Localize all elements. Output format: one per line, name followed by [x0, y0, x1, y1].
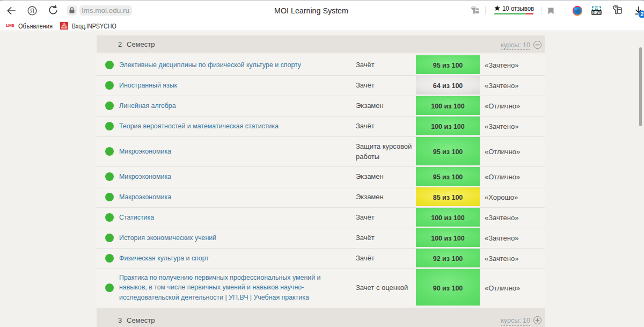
svg-text:2: 2 [641, 11, 644, 17]
svg-text:NEW: NEW [592, 10, 601, 14]
